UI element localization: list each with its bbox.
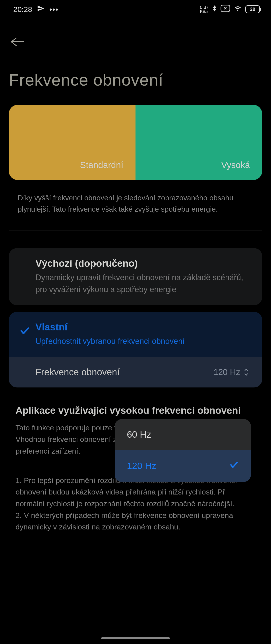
- option-default[interactable]: Výchozí (doporučeno) Dynamicky upravit f…: [9, 248, 262, 305]
- refresh-rate-value: 120 Hz: [214, 368, 249, 377]
- preview-high: Vysoká: [136, 105, 262, 180]
- wifi-icon: [233, 5, 242, 14]
- description-text: Díky vyšší frekvenci obnovení je sledová…: [18, 192, 253, 215]
- refresh-rate-dropdown[interactable]: Frekvence obnovení 120 Hz: [9, 357, 262, 388]
- check-icon: [20, 326, 30, 337]
- home-indicator[interactable]: [101, 637, 170, 639]
- page-title: Frekvence obnovení: [9, 70, 262, 89]
- app-section-heading: Aplikace využívající vysokou frekvenci o…: [16, 404, 255, 417]
- option-custom-subtitle: Upřednostnit vybranou frekvenci obnovení: [36, 335, 249, 347]
- preview-standard: Standardní: [9, 105, 136, 180]
- check-icon: [229, 460, 239, 472]
- clock: 20:28: [13, 5, 32, 14]
- bluetooth-icon: [212, 4, 217, 14]
- status-bar: 20:28 ••• 0,37 KB/s 29: [0, 0, 271, 16]
- status-right: 0,37 KB/s 29: [200, 4, 260, 14]
- network-speed: 0,37 KB/s: [200, 5, 208, 14]
- divider: [9, 230, 262, 230]
- option-default-title: Výchozí (doporučeno): [36, 258, 249, 269]
- back-button[interactable]: [10, 36, 262, 48]
- popup-option-60hz[interactable]: 60 Hz: [115, 419, 251, 450]
- battery-indicator: 29: [245, 5, 260, 13]
- refresh-rate-preview: Standardní Vysoká: [9, 105, 262, 180]
- status-left: 20:28 •••: [13, 5, 59, 14]
- sim-error-icon: [220, 5, 230, 14]
- option-default-subtitle: Dynamicky upravit frekvenci obnovení na …: [36, 272, 249, 296]
- refresh-rate-label: Frekvence obnovení: [36, 367, 120, 378]
- refresh-rate-popup: 60 Hz 120 Hz: [115, 419, 251, 482]
- option-custom-title: Vlastní: [36, 322, 249, 332]
- footnotes: 1. Pro lepší porozumění rozdílům mezi ní…: [16, 474, 255, 533]
- updown-icon: [243, 368, 249, 376]
- telegram-icon: [37, 5, 45, 14]
- option-custom[interactable]: Vlastní Upřednostnit vybranou frekvenci …: [9, 312, 262, 357]
- more-icon: •••: [49, 5, 59, 14]
- popup-option-120hz[interactable]: 120 Hz: [115, 450, 251, 482]
